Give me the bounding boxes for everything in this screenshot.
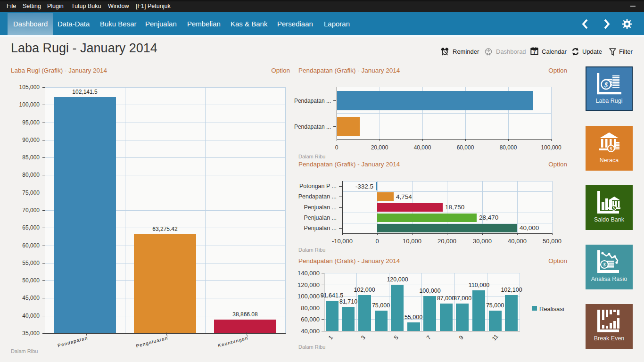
svg-text:7: 7 [533,49,536,55]
svg-text:$: $ [613,206,615,210]
svg-text:$: $ [603,262,606,267]
svg-text:$: $ [604,81,608,89]
svg-text:$: $ [610,146,612,151]
